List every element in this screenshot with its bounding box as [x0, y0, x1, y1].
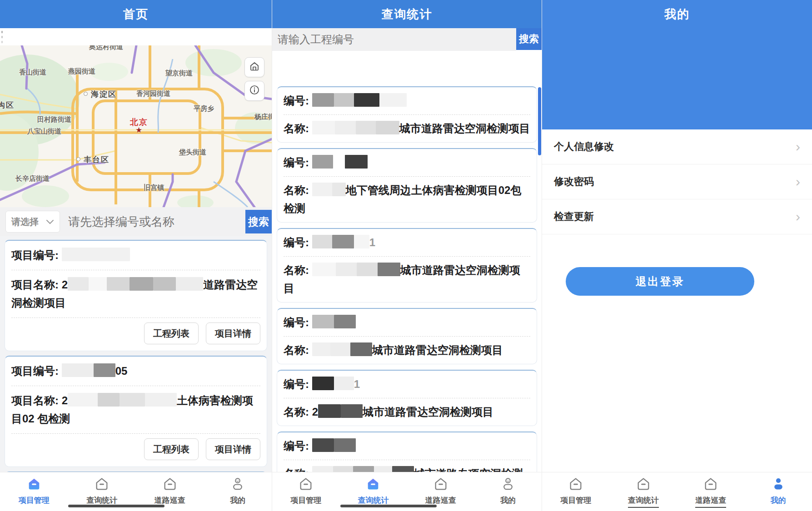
- home-indicator: [340, 505, 437, 507]
- tab-project-management[interactable]: 项目管理: [272, 472, 339, 511]
- redaction-block: [354, 93, 379, 107]
- item-number-row: 编号:: [284, 149, 530, 176]
- beijing-map[interactable]: 奥运村街道香山街道燕园街道望京街道海淀区香河园街道平房乡杨庄街田村路街道八宝山街…: [0, 45, 272, 207]
- project-number-search-input[interactable]: [272, 28, 516, 51]
- redaction-block: [312, 263, 336, 276]
- name-label: 名称:: [284, 406, 309, 418]
- redaction-block: [68, 393, 98, 407]
- filter-select[interactable]: 请选择: [5, 211, 60, 233]
- home-search-button[interactable]: 搜索: [245, 210, 272, 233]
- redaction-block: [334, 93, 354, 107]
- page-title: 查询统计: [382, 6, 433, 22]
- menu-item-check-update[interactable]: 检查更新 ›: [542, 199, 812, 234]
- map-label: 长辛店街道: [15, 174, 50, 183]
- redaction-block: [374, 466, 392, 472]
- home-indicator: [68, 505, 164, 507]
- name-label: 名称:: [284, 122, 309, 134]
- redaction-block: [62, 248, 130, 261]
- home-icon: [249, 61, 260, 74]
- redacted-number: [312, 236, 369, 248]
- query-result-list: 编号: 名称: 城市道路雷达空洞检测项目 编号: 名称: 地下管线周边土体病害检…: [272, 86, 542, 472]
- tab-label: 道路巡查: [154, 495, 185, 506]
- name-prefix: 2: [312, 406, 318, 418]
- home-icon: [568, 476, 583, 493]
- screen-query-statistics: 查询统计 搜索 编号: 名称: 城市道路雷达空洞检测项目 编号: 名称: 地下管…: [272, 0, 542, 511]
- filter-select-label: 请选择: [11, 216, 39, 228]
- redaction-block: [312, 342, 330, 356]
- list-item[interactable]: 编号: 1 名称: 城市道路雷达空洞检测项目: [277, 228, 537, 303]
- tab-mine[interactable]: 我的: [204, 472, 272, 511]
- list-item[interactable]: 编号: 名称: 地下管线周边土体病害检测项目02包检测: [277, 148, 537, 223]
- project-name-label: 项目名称:: [11, 394, 59, 407]
- item-number-row: 编号: 1: [284, 371, 530, 398]
- map-label: 海淀区: [84, 89, 117, 99]
- name-value: 城市道路雷达空洞检测项目: [399, 122, 530, 134]
- tab-label: 我的: [771, 495, 786, 506]
- redacted-name: [318, 406, 363, 418]
- redaction-block: [332, 235, 354, 248]
- query-tabbar: 项目管理 查询统计 道路巡查 我的: [272, 472, 542, 511]
- redaction-block: [334, 438, 356, 452]
- item-name-row: 名称: 城市道路雷达空洞检测项目: [284, 256, 530, 302]
- list-item[interactable]: 编号: 名称: 城市道路专项空洞检测项目: [277, 432, 537, 472]
- tab-label: 查询统计: [86, 495, 117, 506]
- redaction-block: [332, 183, 346, 196]
- redacted-number: [62, 365, 115, 377]
- map-info-button[interactable]: [244, 81, 264, 101]
- home-search-button-label: 搜索: [248, 215, 269, 229]
- screen-mine: 我的 个人信息修改 › 修改密码 › 检查更新 › 退出登录: [542, 0, 812, 511]
- tab-label: 项目管理: [290, 495, 321, 506]
- item-name-row: 名称: 城市道路雷达空洞检测项目: [284, 336, 530, 364]
- project-card: 项目编号: 05 项目名称: 2土体病害检测项目02 包检测 工程列表 项目详情: [5, 356, 267, 467]
- map-label: 香山街道: [19, 68, 46, 77]
- project-name-prefix: 2: [62, 394, 68, 407]
- tab-road-inspection[interactable]: 道路巡查: [677, 472, 745, 511]
- menu-item-edit-profile[interactable]: 个人信息修改 ›: [542, 129, 812, 164]
- tab-project-management[interactable]: 项目管理: [542, 472, 610, 511]
- list-item[interactable]: 编号: 名称: 城市道路雷达空洞检测项目: [277, 86, 537, 143]
- home-icon: [162, 476, 178, 493]
- list-item[interactable]: 编号: 名称: 城市道路雷达空洞检测项目: [277, 308, 537, 364]
- menu-item-label: 修改密码: [554, 175, 594, 189]
- tab-project-management[interactable]: 项目管理: [0, 472, 68, 511]
- tab-mine[interactable]: 我的: [745, 472, 812, 511]
- tab-mine[interactable]: 我的: [474, 472, 542, 511]
- page-title: 我的: [664, 6, 690, 22]
- redacted-name: [68, 394, 177, 407]
- redacted-number: [62, 249, 130, 261]
- menu-item-label: 检查更新: [554, 210, 594, 223]
- engineering-list-button-label: 工程列表: [153, 327, 189, 340]
- engineering-list-button[interactable]: 工程列表: [144, 438, 199, 460]
- map-label: 八宝山街道: [27, 127, 61, 136]
- query-search-button[interactable]: 搜索: [516, 28, 542, 50]
- scrollbar[interactable]: [538, 87, 541, 155]
- project-detail-button[interactable]: 项目详情: [206, 438, 260, 460]
- home-icon: [365, 476, 381, 493]
- engineering-list-button[interactable]: 工程列表: [144, 322, 199, 344]
- project-detail-button[interactable]: 项目详情: [206, 322, 260, 344]
- redaction-block: [318, 404, 341, 418]
- map-home-button[interactable]: [244, 57, 264, 77]
- project-card: 项目编号: 项目名称: 2道路雷达空洞检测项目 工程列表 项目详情: [5, 240, 267, 351]
- tab-query-statistics[interactable]: 查询统计: [610, 472, 677, 511]
- item-name-row: 名称: 城市道路雷达空洞检测项目: [284, 114, 530, 142]
- redaction-block: [62, 363, 94, 377]
- menu-item-label: 个人信息修改: [554, 140, 614, 154]
- redaction-block: [107, 277, 130, 291]
- tab-label: 道路巡查: [695, 495, 726, 508]
- redaction-block: [333, 155, 345, 169]
- user-icon: [771, 476, 786, 493]
- list-item[interactable]: 编号: 1 名称: 2城市道路雷达空洞检测项目: [277, 370, 537, 426]
- redacted-number: [312, 156, 368, 169]
- map-label: 旧宫镇: [144, 184, 164, 192]
- menu-item-change-password[interactable]: 修改密码 ›: [542, 164, 812, 199]
- redaction-block: [312, 466, 333, 472]
- redacted-name: [68, 278, 203, 291]
- redaction-block: [94, 363, 115, 377]
- map-label: 平房乡: [194, 104, 214, 113]
- home-search-input[interactable]: [67, 214, 245, 229]
- logout-button[interactable]: 退出登录: [566, 267, 754, 296]
- query-header: 查询统计: [272, 0, 542, 28]
- tab-label: 我的: [500, 495, 516, 506]
- redaction-block: [120, 393, 145, 407]
